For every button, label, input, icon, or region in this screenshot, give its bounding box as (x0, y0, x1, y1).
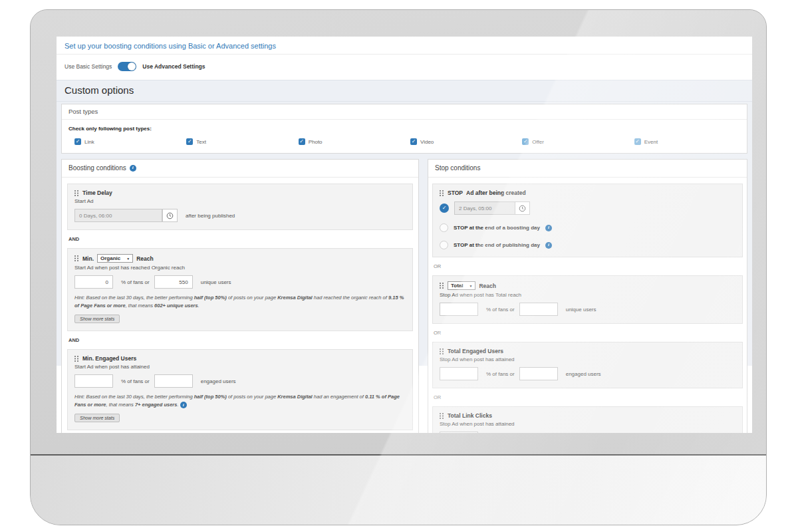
clock-button[interactable] (515, 201, 530, 215)
drag-handle-icon[interactable] (74, 190, 79, 196)
min-organic-reach-card: Min. Organic ▼ Reach Start Ad when post … (67, 248, 413, 331)
engaged-users-title: Min. Engaged Users (82, 355, 136, 362)
app-screen: Set up your boosting conditions using Ba… (57, 37, 752, 433)
total-link-clicks-input[interactable] (440, 432, 478, 433)
mid-label: % of fans or (486, 371, 515, 377)
total-engaged-subtitle: Stop Ad when post has attained (440, 356, 735, 362)
time-delay-suffix: after being published (186, 213, 235, 219)
or-joiner: OR (434, 330, 741, 336)
organic-reach-subtitle: Start Ad when post has reached Organic r… (74, 265, 406, 271)
total-reach-subtitle: Stop Ad when post has Total reach (440, 292, 735, 298)
boosting-conditions-panel: Boosting conditions Time Delay Start Ad (61, 159, 419, 433)
time-delay-subtitle: Start Ad (74, 198, 406, 204)
chevron-down-icon: ▼ (469, 284, 473, 288)
total-reach-users-input[interactable] (519, 303, 558, 316)
time-delay-title: Time Delay (82, 190, 112, 196)
clock-icon (519, 205, 526, 212)
total-engaged-users-card: Total Engaged Users Stop Ad when post ha… (432, 342, 743, 388)
post-type-checkbox-row: Link Text Photo Video Offer Event (68, 138, 740, 145)
boosting-conditions-title: Boosting conditions (68, 164, 126, 172)
total-engaged-percent-input[interactable] (440, 367, 478, 380)
time-delay-card: Time Delay Start Ad after being publishe… (67, 184, 413, 230)
organic-reach-hint: Hint: Based on the last 30 days, the bet… (74, 294, 406, 310)
radio-unselected-icon[interactable] (440, 241, 448, 249)
checkbox-checked-icon[interactable] (522, 138, 529, 145)
stop-conditions-panel: Stop conditions STOP Ad after being crea… (428, 159, 747, 433)
reach-type-select[interactable]: Total ▼ (448, 281, 475, 290)
total-link-clicks-subtitle: Stop Ad when post has attained (440, 421, 735, 427)
time-delay-input[interactable] (74, 209, 162, 222)
info-icon[interactable] (130, 165, 136, 172)
radio-selected-icon[interactable] (440, 203, 449, 213)
custom-options-title: Custom options (57, 80, 752, 102)
organic-users-input[interactable] (154, 275, 193, 289)
engaged-users-input[interactable] (154, 374, 193, 388)
monitor-chin (31, 456, 766, 525)
mid-label: % of fans or (486, 307, 515, 313)
total-reach-percent-input[interactable] (440, 303, 478, 316)
advanced-settings-toggle[interactable] (118, 62, 136, 71)
checkbox-photo[interactable]: Photo (293, 138, 404, 145)
show-more-stats-button[interactable]: Show more stats (74, 315, 120, 323)
stop-boosting-day-label: STOP at the end of a boosting day (454, 225, 540, 231)
chevron-down-icon: ▼ (126, 257, 130, 261)
post-types-title: Post types (62, 104, 747, 120)
total-engaged-users-input[interactable] (519, 367, 558, 380)
basic-settings-label: Use Basic Settings (65, 63, 112, 70)
info-icon[interactable] (180, 402, 187, 408)
drag-handle-icon[interactable] (440, 348, 444, 354)
reach-type-select[interactable]: Organic ▼ (97, 254, 133, 263)
setup-note: Set up your boosting conditions using Ba… (57, 37, 752, 55)
stop-after-created-card: STOP Ad after being created (432, 184, 743, 257)
checkbox-video[interactable]: Video (404, 138, 516, 145)
checkbox-checked-icon[interactable] (299, 138, 305, 145)
info-icon[interactable] (545, 242, 552, 249)
stop-conditions-title: Stop conditions (435, 164, 480, 172)
checkbox-text[interactable]: Text (180, 138, 292, 145)
stop-delay-input[interactable] (454, 201, 515, 215)
show-more-stats-button[interactable]: Show more stats (74, 414, 120, 422)
drag-handle-icon[interactable] (440, 190, 444, 196)
custom-options-section: Custom options Post types Check only fol… (57, 80, 752, 366)
settings-toggle-row: Use Basic Settings Use Advanced Settings (57, 55, 752, 80)
toggle-knob (128, 63, 136, 70)
checkbox-checked-icon[interactable] (74, 138, 81, 145)
suffix-label: engaged users (566, 371, 601, 377)
drag-handle-icon[interactable] (440, 413, 444, 419)
total-link-clicks-title: Total Link Clicks (448, 412, 492, 419)
suffix-label: unique users (201, 279, 231, 285)
info-icon[interactable] (545, 225, 552, 231)
total-engaged-title: Total Engaged Users (448, 348, 503, 354)
stop-publishing-day-label: STOP at the end of publishing day (454, 242, 540, 248)
mid-label: % of fans or (121, 279, 150, 285)
suffix-label: unique users (566, 307, 597, 313)
drag-handle-icon[interactable] (74, 255, 79, 261)
checkbox-checked-icon[interactable] (186, 138, 193, 145)
checkbox-link[interactable]: Link (68, 138, 180, 145)
monitor-frame: Set up your boosting conditions using Ba… (30, 9, 767, 525)
suffix-label: engaged users (201, 378, 236, 384)
drag-handle-icon[interactable] (74, 356, 79, 362)
checkbox-event[interactable]: Event (628, 138, 740, 145)
monitor-bezel: Set up your boosting conditions using Ba… (31, 10, 766, 456)
min-engaged-users-card: Min. Engaged Users Start Ad when post ha… (67, 349, 413, 430)
engaged-users-hint: Hint: Based on the last 30 days, the bet… (74, 393, 406, 409)
advanced-settings-label: Use Advanced Settings (142, 63, 205, 70)
clock-button[interactable] (162, 209, 178, 222)
or-joiner: OR (434, 263, 741, 269)
and-joiner: AND (68, 337, 412, 343)
mid-label: % of fans or (121, 378, 150, 384)
engaged-percent-input[interactable] (74, 374, 113, 388)
radio-unselected-icon[interactable] (440, 223, 448, 232)
engaged-users-subtitle: Start Ad when post has attained (74, 364, 406, 370)
checkbox-offer[interactable]: Offer (516, 138, 628, 145)
and-joiner: AND (68, 236, 412, 242)
or-joiner: OR (434, 394, 741, 400)
clock-icon (166, 212, 174, 219)
checkbox-checked-icon[interactable] (634, 138, 641, 145)
organic-percent-input[interactable] (74, 275, 113, 289)
total-link-clicks-card: Total Link Clicks Stop Ad when post has … (432, 406, 743, 433)
drag-handle-icon[interactable] (440, 283, 444, 289)
post-types-panel: Post types Check only following post typ… (61, 104, 747, 154)
checkbox-checked-icon[interactable] (410, 138, 417, 145)
